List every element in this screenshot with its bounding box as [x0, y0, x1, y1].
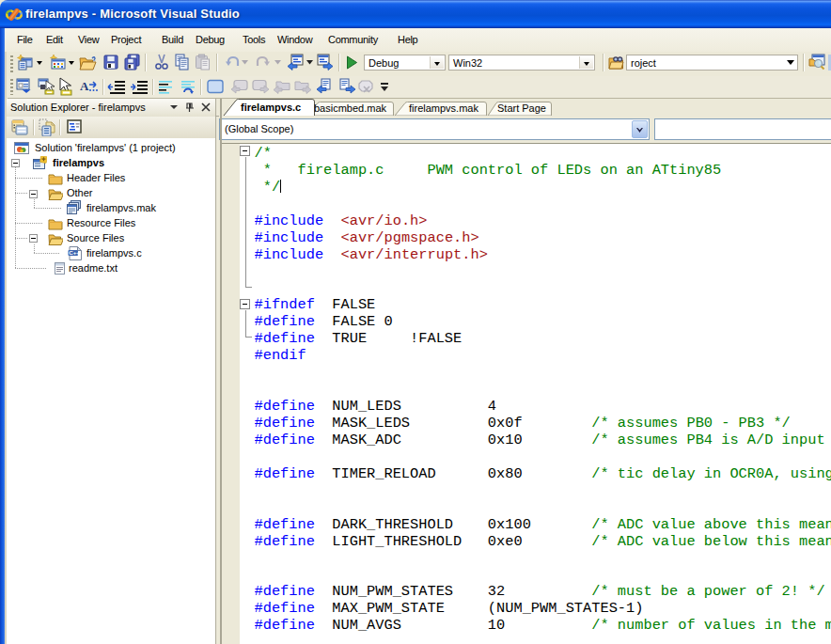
svg-text:A: A: [80, 79, 89, 93]
svg-text:firelampvs.mak: firelampvs.mak: [409, 102, 478, 114]
svg-text:C++: C++: [69, 249, 80, 256]
svg-text:firelampvs.c: firelampvs.c: [241, 102, 301, 113]
svg-text:Start Page: Start Page: [497, 102, 546, 114]
svg-text:basicmbed.mak: basicmbed.mak: [314, 102, 387, 114]
